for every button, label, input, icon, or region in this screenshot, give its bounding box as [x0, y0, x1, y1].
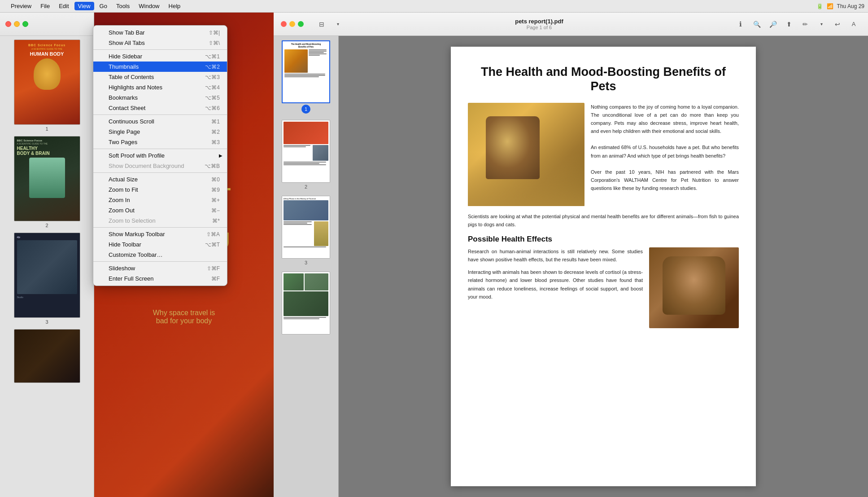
shortcut-toc: ⌥⌘3 [205, 74, 220, 80]
menu-label-fullscreen: Enter Full Screen [109, 275, 211, 282]
menu-item-single-page[interactable]: Single Page ⌘2 [93, 127, 227, 137]
shortcut-hide-sidebar: ⌥⌘1 [205, 53, 220, 60]
pdf-maximize-button[interactable] [298, 21, 304, 27]
menu-item-zoom-to-fit[interactable]: ✓ Zoom to Fit ⌘9 [93, 185, 227, 195]
sidebar-thumbnails: BBC Science Focus A SCIENTIFIC GUIDE TO … [0, 36, 94, 497]
menubar-edit[interactable]: Edit [55, 2, 72, 10]
menu-item-hide-toolbar[interactable]: Hide Toolbar ⌥⌘T [93, 239, 227, 250]
pdf-page-thumb-1[interactable]: The Health and Mood-BoostingBenefits of … [277, 40, 335, 114]
markup-button[interactable]: ✏ [798, 17, 812, 31]
minimize-button[interactable] [14, 21, 20, 27]
article-bottom-section: Research on human-animal interactions is… [468, 247, 739, 328]
info-button[interactable]: ℹ [733, 17, 748, 31]
menu-label-highlights: Highlights and Notes [109, 84, 205, 91]
menu-item-zoom-in[interactable]: Zoom In ⌘+ [93, 195, 227, 205]
menu-item-customize-toolbar[interactable]: Customize Toolbar… [93, 250, 227, 260]
shortcut-zoom-in: ⌘+ [211, 197, 220, 203]
divider-5 [93, 227, 227, 228]
shortcut-show-all-tabs: ⇧⌘\ [209, 40, 220, 46]
share-button[interactable]: ⬆ [782, 17, 796, 31]
pdf-doc-name: pets report(1).pdf [349, 18, 730, 25]
close-button[interactable] [5, 21, 11, 27]
sidebar-toggle-chevron[interactable]: ▾ [331, 17, 345, 31]
pdf-page-thumb-3[interactable]: A Key Phase in the History of Tourism [277, 196, 335, 265]
menu-label-soft-proof: Soft Proof with Profile [109, 152, 220, 159]
menubar-right: 🔋 📶 Thu Aug 29 [816, 3, 864, 9]
shortcut-continuous-scroll: ⌘1 [211, 119, 220, 125]
article-bottom-text: Research on human-animal interactions is… [468, 247, 643, 328]
menu-label-hide-sidebar: Hide Sidebar [109, 53, 205, 60]
menu-item-two-pages[interactable]: Two Pages ⌘3 [93, 137, 227, 147]
shortcut-fullscreen: ⌘F [211, 276, 220, 282]
shortcut-bookmarks: ⌥⌘5 [205, 95, 220, 101]
shortcut-single-page: ⌘2 [211, 129, 220, 135]
shortcut-highlights: ⌥⌘4 [205, 84, 220, 91]
annotate-button[interactable]: A [846, 17, 861, 31]
pdf-minimize-button[interactable] [289, 21, 295, 27]
menubar-window[interactable]: Window [135, 2, 163, 10]
menu-item-slideshow[interactable]: Slideshow ⇧⌘F [93, 263, 227, 273]
pdf-content-area: The Health and Mood-BoostingBenefits of … [274, 36, 868, 497]
menu-label-toc: Table of Contents [109, 74, 205, 80]
menu-label-zoom-to-fit: Zoom to Fit [109, 186, 211, 193]
pdf-main-view[interactable]: The Health and Mood-Boosting Benefits of… [339, 36, 868, 497]
preview-sidebar-panel: BBC Science Focus A SCIENTIFIC GUIDE TO … [0, 13, 94, 497]
menu-item-show-tab-bar[interactable]: Show Tab Bar ⇧⌘| [93, 27, 227, 38]
menu-item-show-markup-toolbar[interactable]: Show Markup Toolbar ⇧⌘A [93, 229, 227, 239]
menubar-view[interactable]: View [74, 2, 94, 10]
zoom-out-button[interactable]: 🔍 [750, 17, 764, 31]
shortcut-zoom-to-fit: ⌘9 [211, 187, 220, 193]
pdf-doc-page: Page 1 of 6 [349, 25, 730, 30]
pdf-page-badge-1: 1 [301, 105, 310, 114]
article-full-para: Scientists are looking at what the poten… [468, 212, 739, 229]
menubar-preview[interactable]: Preview [7, 2, 35, 10]
view-menu[interactable]: Show Tab Bar ⇧⌘| Show All Tabs ⇧⌘\ Hide … [93, 25, 227, 286]
pdf-page-thumb-4[interactable] [277, 272, 335, 334]
menu-item-hide-sidebar[interactable]: Hide Sidebar ⌥⌘1 [93, 51, 227, 62]
menu-item-enter-fullscreen[interactable]: Enter Full Screen ⌘F [93, 273, 227, 284]
sidebar-thumb-4[interactable] [3, 329, 91, 383]
menubar-date: Thu Aug 29 [837, 3, 864, 9]
pdf-close-button[interactable] [281, 21, 287, 27]
sidebar-toggle-button[interactable]: ⊟ [314, 17, 329, 31]
maximize-button[interactable] [22, 21, 28, 27]
menu-item-show-all-tabs[interactable]: Show All Tabs ⇧⌘\ [93, 38, 227, 48]
menu-label-customize-toolbar: Customize Toolbar… [109, 251, 220, 258]
pdf-page-content: The Health and Mood-Boosting Benefits of… [451, 47, 756, 486]
menu-label-show-all-tabs: Show All Tabs [109, 40, 209, 46]
menu-label-slideshow: Slideshow [109, 265, 207, 272]
menu-item-soft-proof[interactable]: Soft Proof with Profile [93, 150, 227, 161]
shortcut-zoom-out: ⌘− [211, 207, 220, 214]
shortcut-hide-toolbar: ⌥⌘T [205, 242, 220, 248]
shortcut-show-doc-bg: ⌥⌘B [205, 163, 220, 169]
pdf-toolbar-icons: ⊟ ▾ [314, 17, 345, 31]
menu-item-zoom-out[interactable]: Zoom Out ⌘− [93, 205, 227, 216]
shortcut-thumbnails: ⌥⌘2 [205, 64, 220, 70]
menu-item-contact-sheet[interactable]: Contact Sheet ⌥⌘6 [93, 103, 227, 113]
rotate-button[interactable]: ↩ [830, 17, 845, 31]
menu-item-bookmarks[interactable]: Bookmarks ⌥⌘5 [93, 92, 227, 103]
menubar-go[interactable]: Go [96, 2, 111, 10]
sidebar-thumb-1[interactable]: BBC Science Focus A SCIENTIFIC GUIDE TO … [3, 40, 91, 132]
pdf-viewer-window: ⊟ ▾ pets report(1).pdf Page 1 of 6 ℹ 🔍 🔎… [274, 13, 868, 497]
shortcut-zoom-to-selection: ⌘* [212, 218, 220, 224]
menu-item-highlights-notes[interactable]: Highlights and Notes ⌥⌘4 [93, 82, 227, 92]
menubar-tools[interactable]: Tools [113, 2, 133, 10]
menubar-help[interactable]: Help [165, 2, 184, 10]
menu-item-continuous-scroll[interactable]: ✓ Continuous Scroll ⌘1 [93, 116, 227, 127]
menu-label-zoom-to-selection: Zoom to Selection [109, 217, 212, 224]
menu-item-actual-size[interactable]: Actual Size ⌘0 [93, 174, 227, 185]
zoom-in-button[interactable]: 🔎 [766, 17, 780, 31]
pdf-page-thumb-2[interactable]: 2 [277, 120, 335, 189]
sidebar-thumb-2[interactable]: BBC Science Focus A SCIENTIFIC GUIDE TO … [3, 136, 91, 228]
shortcut-contact-sheet: ⌥⌘6 [205, 105, 220, 111]
markup-chevron[interactable]: ▾ [814, 17, 829, 31]
window-wrapper: COLLECT VOL.1 IFIC GU AN Why space trave… [0, 13, 868, 497]
sidebar-thumb-3[interactable]: dp Studio 3 [3, 233, 91, 325]
menu-item-thumbnails[interactable]: ✓ Thumbnails ⌥⌘2 [93, 62, 227, 72]
menu-label-single-page: Single Page [109, 128, 211, 135]
menu-label-show-doc-bg: Show Document Background [109, 163, 205, 169]
pdf-title-center: pets report(1).pdf Page 1 of 6 [349, 18, 730, 30]
menu-item-table-of-contents[interactable]: Table of Contents ⌥⌘3 [93, 72, 227, 82]
menubar-file[interactable]: File [37, 2, 53, 10]
